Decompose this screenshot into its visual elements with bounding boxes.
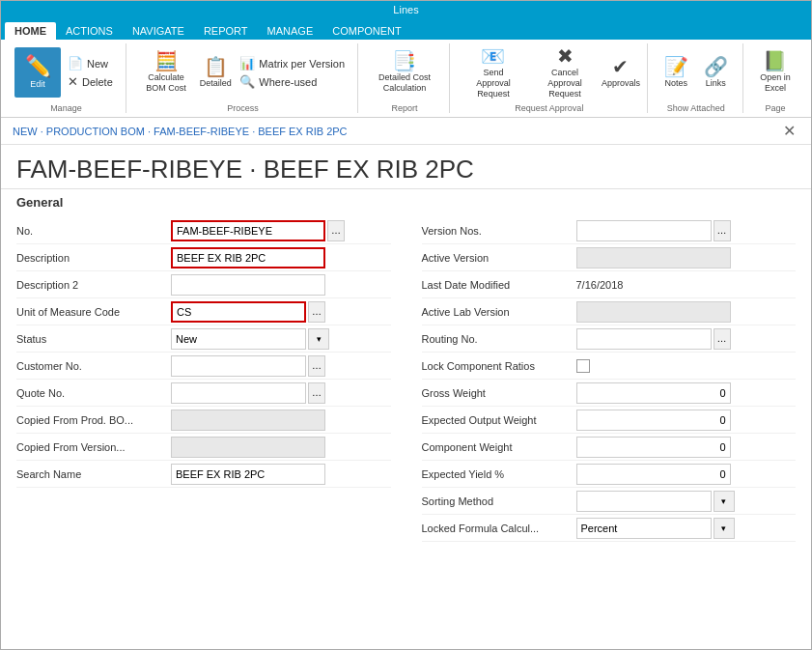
edit-label: Edit [30,79,45,90]
breadcrumb-text: NEW · PRODUCTION BOM · FAM-BEEF-RIBEYE ·… [13,126,348,137]
ribbon: HOME ACTIONS NAVIGATE REPORT MANAGE COMP… [1,18,811,118]
attached-items: 📝 Notes 🔗 Links [658,43,735,101]
field-input-comp-weight[interactable] [576,437,731,458]
matrix-button[interactable]: 📊 Matrix per Version [235,55,350,72]
field-input-version-nos[interactable] [576,220,712,241]
field-value-gross-weight [576,382,797,404]
tab-component[interactable]: COMPONENT [322,22,411,40]
field-value-description2 [171,274,391,296]
tab-report[interactable]: REPORT [194,22,258,40]
field-label-comp-weight: Component Weight [422,438,576,456]
field-input-copied-ver[interactable] [171,437,325,458]
detailed-cost-label: Detailed Cost Calculation [375,72,434,94]
field-input-description2[interactable] [171,274,325,296]
notes-icon: 📝 [664,57,688,76]
cancel-approval-label: Cancel Approval Request [536,68,594,99]
detailed-cost-button[interactable]: 📑 Detailed Cost Calculation [368,47,441,98]
field-label-expected-output: Expected Output Weight [422,411,576,429]
cancel-approval-button[interactable]: ✖ Cancel Approval Request [529,43,601,101]
field-dropdown-locked-formula[interactable]: ▾ [714,518,735,539]
ribbon-group-report: 📑 Detailed Cost Calculation Report [360,43,450,113]
right-form-col: Version Nos. … Active Version Last Date … [422,217,797,645]
detailed-icon: 📋 [204,57,228,76]
content-area: General No. … Description [1,189,811,649]
field-value-comp-weight [576,437,797,458]
field-ellipsis-routing[interactable]: … [714,328,731,350]
field-input-active-lab[interactable] [576,301,731,323]
field-input-status[interactable] [171,328,306,350]
field-input-locked-formula[interactable] [576,518,712,539]
send-approval-button[interactable]: 📧 Send Approval Request [460,43,527,101]
matrix-icon: 📊 [239,56,255,71]
field-ellipsis-version-nos[interactable]: … [714,220,731,241]
manage-items: ✏️ Edit 📄 New ✕ Delete [14,43,118,101]
field-row-quote: Quote No. … [16,380,391,407]
field-checkbox-lock-comp[interactable] [576,359,590,373]
field-ellipsis-uom[interactable]: … [308,301,325,323]
field-value-lock-comp [576,359,797,373]
where-used-button[interactable]: 🔍 Where-used [235,73,350,91]
cancel-approval-icon: ✖ [557,46,574,66]
field-value-locked-formula: ▾ [576,518,797,539]
general-section-header: General [1,189,811,213]
edit-button[interactable]: ✏️ Edit [14,47,61,98]
field-input-yield[interactable] [576,464,731,485]
field-ellipsis-customer[interactable]: … [308,355,325,377]
field-value-active-lab [576,301,797,323]
field-value-yield [576,464,797,485]
field-ellipsis-quote[interactable]: … [308,382,325,404]
manage-group-label: Manage [14,101,118,113]
field-input-sorting[interactable] [576,491,712,512]
left-form-col: No. … Description Description 2 [16,217,391,645]
detailed-button[interactable]: 📋 Detailed [198,47,233,98]
tab-manage[interactable]: MANAGE [258,22,323,40]
field-input-active-ver[interactable] [576,247,731,268]
field-ellipsis-no[interactable]: … [327,220,345,241]
links-icon: 🔗 [704,57,728,76]
field-input-gross-weight[interactable] [576,382,731,404]
new-button[interactable]: 📄 New [63,55,118,72]
field-input-search[interactable] [171,464,325,485]
field-label-routing: Routing No. [422,330,576,348]
field-input-uom[interactable] [171,301,306,323]
field-input-description[interactable] [171,247,325,268]
where-used-icon: 🔍 [239,74,255,89]
ribbon-group-page: 📗 Open in Excel Page [745,43,805,113]
field-label-version-nos: Version Nos. [422,222,576,240]
field-row-active-lab: Active Lab Version [422,298,797,325]
approvals-button[interactable]: ✔ Approvals [602,47,639,98]
page-group-label: Page [753,101,798,113]
links-button[interactable]: 🔗 Links [697,47,735,98]
tab-home[interactable]: HOME [5,22,56,40]
ribbon-group-process: 🧮 Calculate BOM Cost 📋 Detailed 📊 Matrix… [128,43,358,113]
field-row-version-nos: Version Nos. … [422,217,797,244]
open-excel-button[interactable]: 📗 Open in Excel [753,47,798,98]
tab-actions[interactable]: ACTIONS [56,22,123,40]
notes-button[interactable]: 📝 Notes [658,47,695,98]
main-window: Lines HOME ACTIONS NAVIGATE REPORT MANAG… [0,0,812,650]
field-row-sorting: Sorting Method ▾ [422,488,797,515]
lines-bar: Lines [1,1,811,18]
field-dropdown-sorting[interactable]: ▾ [714,491,735,512]
field-value-description [171,247,391,268]
calc-bom-button[interactable]: 🧮 Calculate BOM Cost [136,47,197,98]
delete-button[interactable]: ✕ Delete [63,73,118,91]
field-input-routing[interactable] [576,328,712,350]
field-input-quote[interactable] [171,382,306,404]
field-label-yield: Expected Yield % [422,466,576,483]
tab-navigate[interactable]: NAVIGATE [123,22,194,40]
delete-label: Delete [82,76,113,88]
field-input-no[interactable] [171,220,325,241]
field-input-expected-output[interactable] [576,410,731,431]
field-text-last-date: 7/16/2018 [576,279,624,291]
approvals-label: Approvals [602,78,640,89]
field-value-copied-ver [171,437,391,458]
delete-icon: ✕ [68,74,78,89]
field-dropdown-status[interactable]: ▾ [308,328,329,350]
close-button[interactable]: ✕ [779,122,799,140]
lines-label: Lines [393,4,418,15]
field-label-locked-formula: Locked Formula Calcul... [422,520,576,537]
approvals-icon: ✔ [612,57,629,76]
field-input-copied-prod[interactable] [171,410,325,431]
field-input-customer[interactable] [171,355,306,377]
